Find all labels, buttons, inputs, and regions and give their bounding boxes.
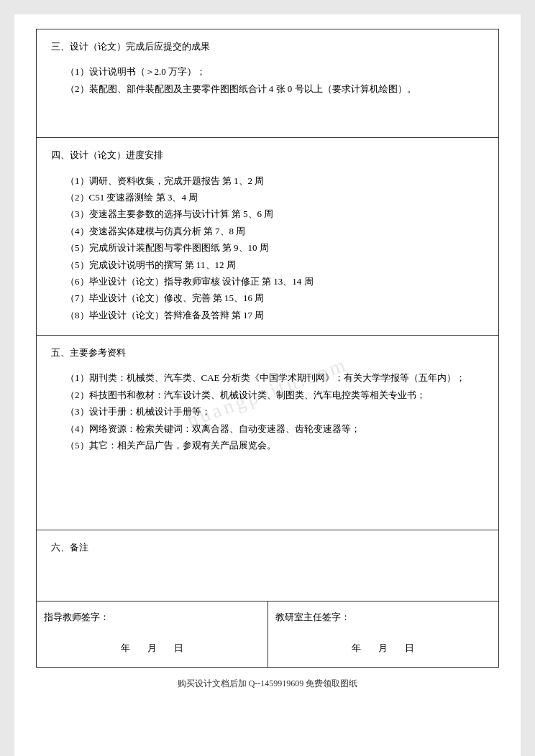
year-label-left: 年 (121, 640, 130, 656)
section5-row: 五、主要参考资料 （1）期刊类：机械类、汽车类、CAE 分析类《中国学术期刊网》… (37, 336, 499, 530)
document-page: huangpeitu.com 三、设计（论文）完成后应提交的成果 （1）设计说明… (14, 14, 521, 756)
dept-head-signature-cell: 教研室主任签字： (268, 601, 498, 630)
date-right-cell: 年 月 日 (268, 630, 498, 666)
section4-item9: （8）毕业设计（论文）答辩准备及答辩 第 17 周 (65, 307, 484, 323)
signature-table: 指导教师签字： 教研室主任签字： 年 月 日 (37, 601, 498, 667)
advisor-label: 指导教师签字： (44, 612, 109, 622)
section3-cell: 三、设计（论文）完成后应提交的成果 （1）设计说明书（＞2.0 万字）； （2）… (37, 29, 499, 138)
section3-title: 三、设计（论文）完成后应提交的成果 (44, 34, 491, 59)
section3-item2: （2）装配图、部件装配图及主要零件图图纸合计 4 张 0 号以上（要求计算机绘图… (65, 80, 484, 97)
section4-title: 四、设计（论文）进度安排 (44, 142, 491, 167)
date-left-cell: 年 月 日 (37, 630, 268, 666)
footer: 购买设计文档后加 Q--1459919609 免费领取图纸 (36, 675, 499, 693)
section3-item1: （1）设计说明书（＞2.0 万字）； (65, 63, 484, 80)
section4-item8: （7）毕业设计（论文）修改、完善 第 15、16 周 (65, 290, 484, 306)
date-row: 年 月 日 年 月 日 (37, 630, 498, 666)
month-label-right: 月 (378, 640, 388, 656)
section3-content: （1）设计说明书（＞2.0 万字）； （2）装配图、部件装配图及主要零件图图纸合… (44, 59, 491, 104)
dept-head-label: 教研室主任签字： (275, 612, 350, 622)
month-label-left: 月 (147, 640, 157, 656)
date-left-content: 年 月 日 (44, 635, 260, 660)
section4-item5: （5）完成所设计装配图与零件图图纸 第 9、10 周 (65, 239, 484, 256)
section6-title: 六、备注 (44, 535, 491, 560)
day-label-right: 日 (405, 640, 414, 656)
year-label-right: 年 (352, 640, 361, 656)
section4-row: 四、设计（论文）进度安排 （1）调研、资料收集，完成开题报告 第 1、2 周 （… (37, 138, 499, 336)
date-right-content: 年 月 日 (275, 635, 492, 660)
section5-item3: （3）设计手册：机械设计手册等； (65, 403, 484, 420)
signature-cell: 指导教师签字： 教研室主任签字： 年 月 日 (37, 601, 499, 667)
section4-item3: （3）变速器主要参数的选择与设计计算 第 5、6 周 (65, 206, 484, 222)
section5-item2: （2）科技图书和教材：汽车设计类、机械设计类、制图类、汽车电控类等相关专业书； (65, 387, 484, 403)
day-label-left: 日 (174, 640, 183, 656)
section4-content: （1）调研、资料收集，完成开题报告 第 1、2 周 （2）C51 变速器测绘 第… (44, 168, 491, 331)
section4-item7: （6）毕业设计（论文）指导教师审核 设计修正 第 13、14 周 (65, 273, 484, 290)
section4-item1: （1）调研、资料收集，完成开题报告 第 1、2 周 (65, 172, 484, 189)
section5-item1: （1）期刊类：机械类、汽车类、CAE 分析类《中国学术期刊网》；有关大学学报等（… (65, 369, 484, 386)
signature-row: 指导教师签字： 教研室主任签字： 年 月 日 (37, 601, 499, 667)
section5-content: （1）期刊类：机械类、汽车类、CAE 分析类《中国学术期刊网》；有关大学学报等（… (44, 365, 491, 461)
section4-item6: （5）完成设计说明书的撰写 第 11、12 周 (65, 257, 484, 273)
section5-cell: 五、主要参考资料 （1）期刊类：机械类、汽车类、CAE 分析类《中国学术期刊网》… (37, 336, 499, 530)
advisor-signature-cell: 指导教师签字： (37, 601, 268, 630)
section6-cell: 六、备注 (37, 530, 499, 601)
section4-cell: 四、设计（论文）进度安排 （1）调研、资料收集，完成开题报告 第 1、2 周 （… (37, 138, 499, 336)
section4-item2: （2）C51 变速器测绘 第 3、4 周 (65, 189, 484, 206)
section5-item5: （5）其它：相关产品广告，参观有关产品展览会。 (65, 437, 484, 453)
section3-row: 三、设计（论文）完成后应提交的成果 （1）设计说明书（＞2.0 万字）； （2）… (37, 29, 499, 138)
signature-labels-row: 指导教师签字： 教研室主任签字： (37, 601, 498, 630)
main-table: 三、设计（论文）完成后应提交的成果 （1）设计说明书（＞2.0 万字）； （2）… (36, 29, 499, 668)
section6-row: 六、备注 (37, 530, 499, 601)
section4-item4: （4）变速器实体建模与仿真分析 第 7、8 周 (65, 223, 484, 239)
section5-title: 五、主要参考资料 (44, 340, 491, 365)
section5-item4: （4）网络资源：检索关键词：双离合器、自动变速器、齿轮变速器等； (65, 420, 484, 437)
